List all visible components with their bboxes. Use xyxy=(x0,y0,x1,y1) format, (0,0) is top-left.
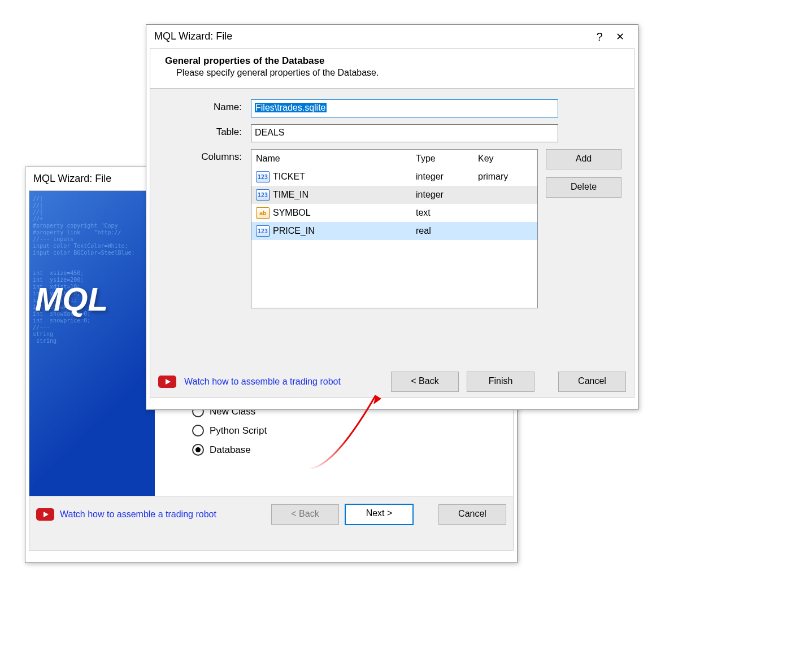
add-button[interactable]: Add xyxy=(546,149,621,169)
cancel-button[interactable]: Cancel xyxy=(558,372,626,392)
tutorial-link[interactable]: Watch how to assemble a trading robot xyxy=(184,377,341,387)
finish-button[interactable]: Finish xyxy=(467,372,534,392)
name-input[interactable]: Files\trades.sqlite xyxy=(251,99,558,117)
youtube-icon[interactable] xyxy=(36,508,54,521)
table-row[interactable]: PRICE_INreal xyxy=(251,222,537,240)
col-header-type[interactable]: Type xyxy=(416,154,478,164)
column-type: real xyxy=(416,226,478,236)
next-button[interactable]: Next > xyxy=(345,504,414,525)
column-name: PRICE_IN xyxy=(273,226,315,236)
tutorial-link[interactable]: Watch how to assemble a trading robot xyxy=(60,509,216,520)
wizard-sidebar-image: //| //| //| //+ #property copyright "Cop… xyxy=(29,191,155,496)
column-key: primary xyxy=(478,172,537,182)
help-icon[interactable]: ? xyxy=(589,31,610,42)
radio-label: Python Script xyxy=(210,425,267,437)
back-button[interactable]: < Back xyxy=(391,372,459,392)
column-name: TIME_IN xyxy=(273,190,308,200)
column-name: TICKET xyxy=(273,172,305,182)
columns-table[interactable]: Name Type Key TICKETintegerprimaryTIME_I… xyxy=(251,149,538,308)
radio-python-script[interactable]: Python Script xyxy=(192,425,496,437)
table-row[interactable]: TIME_INinteger xyxy=(251,186,537,204)
column-type: text xyxy=(416,208,478,218)
columns-label: Columns: xyxy=(163,149,251,163)
column-type: integer xyxy=(416,172,478,182)
back-button: < Back xyxy=(271,504,339,525)
mql-logo: MQL xyxy=(35,280,108,318)
datatype-icon xyxy=(256,225,270,237)
radio-icon xyxy=(192,444,204,456)
page-heading: General properties of the Database xyxy=(165,55,619,67)
name-label: Name: xyxy=(163,99,251,113)
col-header-key[interactable]: Key xyxy=(478,154,537,164)
youtube-icon[interactable] xyxy=(158,376,176,388)
table-row[interactable]: TICKETintegerprimary xyxy=(251,168,537,186)
window-title: MQL Wizard: File xyxy=(154,30,589,42)
radio-database[interactable]: Database xyxy=(192,444,496,456)
datatype-icon xyxy=(256,207,270,219)
table-input[interactable]: DEALS xyxy=(251,124,558,142)
datatype-icon xyxy=(256,189,270,200)
table-label: Table: xyxy=(163,124,251,138)
close-icon[interactable]: ✕ xyxy=(610,32,630,42)
column-name: SYMBOL xyxy=(273,208,311,218)
datatype-icon xyxy=(256,171,270,182)
delete-button[interactable]: Delete xyxy=(546,177,621,198)
titlebar: MQL Wizard: File ? ✕ xyxy=(146,25,638,45)
wizard-database-page: MQL Wizard: File ? ✕ General properties … xyxy=(146,24,638,410)
radio-icon xyxy=(192,425,204,437)
radio-label: Database xyxy=(210,444,251,456)
column-type: integer xyxy=(416,190,478,200)
col-header-name[interactable]: Name xyxy=(251,154,416,164)
table-row[interactable]: SYMBOLtext xyxy=(251,204,537,222)
page-subheading: Please specify general properties of the… xyxy=(165,68,619,78)
cancel-button[interactable]: Cancel xyxy=(438,504,506,525)
